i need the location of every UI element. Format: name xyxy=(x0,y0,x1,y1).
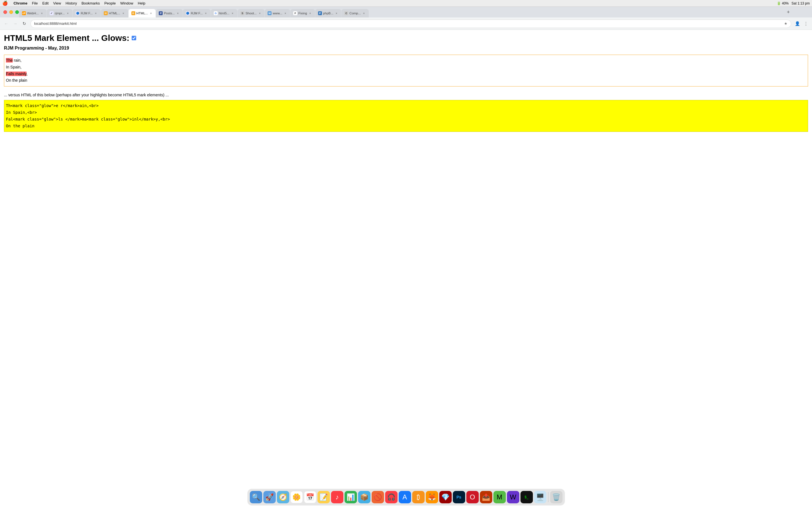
menubar: 🍎 Chrome File Edit View History Bookmark… xyxy=(0,0,812,7)
menu-edit[interactable]: Edit xyxy=(42,1,49,5)
tab-www-favicon: W xyxy=(267,11,271,15)
menu-bookmarks[interactable]: Bookmarks xyxy=(82,1,100,5)
tab-rjmpr[interactable]: ✓rjmpr...× xyxy=(47,9,72,17)
tab-rjmf1-close[interactable]: × xyxy=(94,11,98,15)
tab-webh-label: WebH... xyxy=(27,11,39,15)
falls-highlight: Falls mainly xyxy=(6,71,27,76)
tab-posts-close[interactable]: × xyxy=(176,11,180,15)
more-button[interactable]: ⋮ xyxy=(802,20,810,27)
tab-comp[interactable]: CComp...× xyxy=(342,9,368,17)
profile-button[interactable]: 👤 xyxy=(794,20,801,27)
title-checkbox[interactable] xyxy=(132,36,136,40)
poem-line-3: Falls mainly, xyxy=(6,71,806,77)
code-line-3: Fal<mark class="glow">ls </mark>ma<mark … xyxy=(6,116,806,123)
tab-phpbb-close[interactable]: × xyxy=(335,11,338,15)
tab-shoot[interactable]: SShoot...× xyxy=(238,9,265,17)
tab-comp-close[interactable]: × xyxy=(362,11,366,15)
subtitle: RJM Programming - May, 2019 xyxy=(4,46,808,51)
address-bar[interactable]: localhost:8888/markit.html ★ xyxy=(31,19,791,28)
tab-rjmf2-label: RJM F... xyxy=(191,11,203,15)
versus-text: ... versus HTML of this below (perhaps a… xyxy=(4,93,808,97)
forward-button[interactable]: → xyxy=(11,20,19,27)
menu-history[interactable]: History xyxy=(65,1,77,5)
poem-box: The rain, In Spain, Falls mainly, On the… xyxy=(4,55,808,87)
tab-comp-label: Comp... xyxy=(349,11,361,15)
page-content: HTML5 Mark Element ... Glows: RJM Progra… xyxy=(0,30,812,487)
tab-rjmpr-label: rjmpr... xyxy=(55,11,64,15)
tab-rjmf1-label: RJM F... xyxy=(81,11,93,15)
tab-www-close[interactable]: × xyxy=(283,11,287,15)
apple-menu[interactable]: 🍎 xyxy=(2,1,8,6)
tab-fixing-close[interactable]: × xyxy=(308,11,312,15)
tab-html5-close[interactable]: × xyxy=(231,11,235,15)
address-icons: ★ xyxy=(784,21,788,25)
page-title: HTML5 Mark Element ... Glows: xyxy=(4,33,808,43)
tab-html1[interactable]: HHTML...× xyxy=(101,9,128,17)
maximize-button[interactable] xyxy=(15,10,19,14)
code-box: Th<mark class="glow">e r</mark>ain,<br> … xyxy=(4,100,808,132)
code-line-2: In Spain,<br> xyxy=(6,109,806,116)
tab-webh-close[interactable]: × xyxy=(40,11,44,15)
tab-html1-label: HTML... xyxy=(109,11,120,15)
tab-www[interactable]: Wwww...× xyxy=(265,9,290,17)
bookmark-icon[interactable]: ★ xyxy=(784,21,788,25)
tab-posts-label: Posts... xyxy=(164,11,174,15)
tab-html2[interactable]: HHTML...× xyxy=(129,9,156,17)
tab-phpbb[interactable]: PphpB...× xyxy=(315,9,341,17)
address-text: localhost:8888/markit.html xyxy=(34,21,784,25)
menubar-battery: 🔋 40% xyxy=(777,1,789,5)
tab-phpbb-favicon: P xyxy=(318,11,322,15)
new-tab-button[interactable]: + xyxy=(784,8,792,16)
poem-line-2: In Spain, xyxy=(6,64,806,71)
tab-rjmpr-favicon: ✓ xyxy=(50,11,54,15)
tab-html1-favicon: H xyxy=(104,11,108,15)
tab-bar: cPWebH...×✓rjmpr...×🔵RJM F...×HHTML...×H… xyxy=(0,7,812,17)
tab-comp-favicon: C xyxy=(344,11,348,15)
tab-rjmf2-close[interactable]: × xyxy=(204,11,208,15)
tab-rjmf2[interactable]: 🔵RJM F...× xyxy=(183,9,211,17)
tab-html5-label: html5... xyxy=(219,11,230,15)
tab-shoot-label: Shoot... xyxy=(246,11,257,15)
poem-line-1: The rain, xyxy=(6,57,806,64)
tab-phpbb-label: phpB... xyxy=(323,11,333,15)
chrome-window: cPWebH...×✓rjmpr...×🔵RJM F...×HHTML...×H… xyxy=(0,7,812,487)
tab-html5[interactable]: Ghtml5...× xyxy=(211,9,238,17)
tab-rjmf1[interactable]: 🔵RJM F...× xyxy=(73,9,100,17)
tab-fixing[interactable]: FFixing× xyxy=(290,9,315,17)
tab-html2-close[interactable]: × xyxy=(149,11,153,15)
page-title-text: HTML5 Mark Element ... Glows: xyxy=(4,33,130,43)
tab-html1-close[interactable]: × xyxy=(121,11,125,15)
tab-html2-label: HTML... xyxy=(137,11,148,15)
tab-posts-favicon: P xyxy=(159,11,163,15)
tab-webh[interactable]: cPWebH...× xyxy=(19,9,47,17)
menu-file[interactable]: File xyxy=(32,1,38,5)
tab-rjmpr-close[interactable]: × xyxy=(66,11,70,15)
code-line-4: On the plain xyxy=(6,123,806,129)
tab-rjmf1-favicon: 🔵 xyxy=(75,11,80,15)
menubar-time: Sat 1:13 pm xyxy=(792,1,810,5)
back-button[interactable]: ← xyxy=(2,20,10,27)
tab-html2-favicon: H xyxy=(132,11,135,15)
toolbar: ← → ↻ localhost:8888/markit.html ★ 👤 ⋮ xyxy=(0,17,812,30)
menu-view[interactable]: View xyxy=(53,1,61,5)
close-button[interactable] xyxy=(3,10,7,14)
rain-highlight: The xyxy=(6,58,13,62)
menubar-right: 🔋 40% Sat 1:13 pm xyxy=(777,1,810,5)
tab-shoot-favicon: S xyxy=(241,11,245,15)
poem-line-4: On the plain xyxy=(6,77,806,84)
menu-chrome[interactable]: Chrome xyxy=(13,1,28,5)
tab-posts[interactable]: PPosts...× xyxy=(156,9,183,17)
window-controls xyxy=(3,10,19,14)
tab-www-label: www... xyxy=(273,11,282,15)
menu-people[interactable]: People xyxy=(104,1,116,5)
menu-help[interactable]: Help xyxy=(138,1,146,5)
tab-rjmf2-favicon: 🔵 xyxy=(186,11,190,15)
reload-button[interactable]: ↻ xyxy=(20,20,28,27)
menu-window[interactable]: Window xyxy=(120,1,133,5)
tab-html5-favicon: G xyxy=(214,11,218,15)
code-line-1: Th<mark class="glow">e r</mark>ain,<br> xyxy=(6,103,806,109)
toolbar-right: 👤 ⋮ xyxy=(794,20,810,27)
tab-shoot-close[interactable]: × xyxy=(258,11,262,15)
minimize-button[interactable] xyxy=(9,10,13,14)
tab-webh-favicon: cP xyxy=(22,11,26,15)
